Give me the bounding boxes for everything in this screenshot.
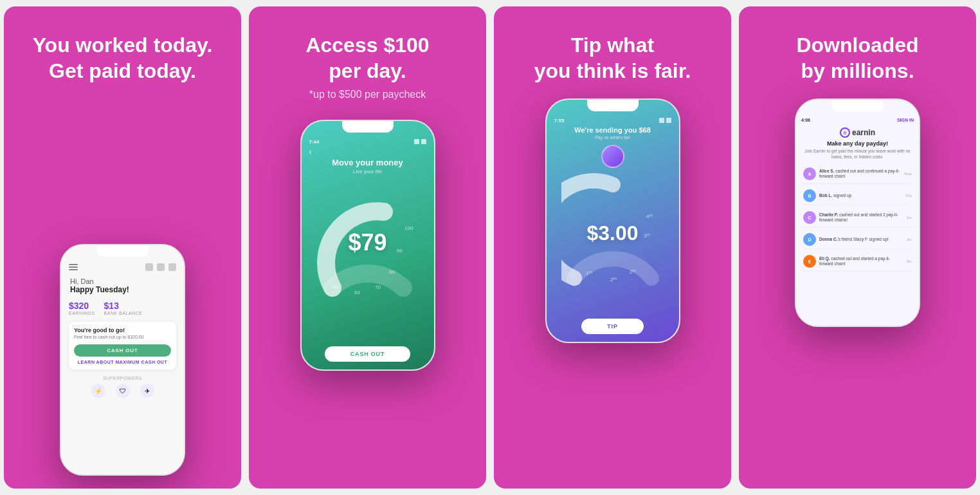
activity-item-donna: D Donna C.'s friend Stacy F. signed up! … bbox=[801, 230, 914, 249]
superpowers-section: SUPERPOWERS ⚡ 🛡 ✈ bbox=[69, 376, 176, 398]
activity-avatar-alice: A bbox=[803, 167, 816, 180]
activity-text-charlie: Charlie P. cashed out and started 2 pay-… bbox=[819, 212, 903, 223]
phone-notch-3 bbox=[587, 100, 639, 111]
card-2: Access $100per day. *up to $500 per payc… bbox=[249, 6, 486, 489]
screen3-topbar: 7:55 bbox=[554, 118, 671, 124]
screen3-status-icons bbox=[659, 118, 671, 124]
screen2-subtitle: Live your life bbox=[353, 169, 382, 174]
phone-outer-3: 7:55 We're sending you $68 Pay us what's… bbox=[545, 98, 680, 343]
screen2-topbar: 7:44 bbox=[309, 139, 426, 145]
screen3-title: We're sending you $68 bbox=[574, 126, 651, 134]
activity-list: A Alice S. cashed out and continued a pa… bbox=[801, 165, 914, 271]
activity-text-alice: Alice S. cashed out and continued a pay-… bbox=[819, 169, 901, 180]
earnin-logo: e earnin bbox=[801, 127, 914, 138]
phone-mockup-2: 7:44 ‹ Move your money Live your life bbox=[300, 120, 435, 371]
phone-notch-4 bbox=[832, 100, 884, 111]
screen1-stats: $320 EARNINGS $13 BANK BALANCE bbox=[69, 301, 176, 315]
cashout-button[interactable]: CASH OUT bbox=[74, 344, 171, 357]
learn-link[interactable]: LEARN ABOUT MAXIMUM CASH OUT bbox=[74, 360, 171, 364]
activity-time-charlie: 1m bbox=[907, 216, 912, 219]
rocket-icon: ✈ bbox=[140, 384, 154, 398]
screen3-time: 7:55 bbox=[554, 118, 565, 124]
activity-time-donna: 3m bbox=[907, 238, 912, 241]
screen4-topbar: 4:08 SIGN IN bbox=[801, 118, 914, 122]
tick-80: 80 bbox=[389, 269, 395, 275]
phone-screen-4: 4:08 SIGN IN e earnin Make any day payda… bbox=[796, 100, 919, 326]
activity-time-alice: Now bbox=[904, 172, 912, 176]
card-1-title: You worked today.Get paid today. bbox=[33, 32, 213, 84]
card-4-title: Downloadedby millions. bbox=[796, 32, 918, 84]
earnin-logo-text: earnin bbox=[852, 128, 875, 137]
screen4-heading: Make any day payday! bbox=[801, 140, 914, 147]
tick-90: 90 bbox=[397, 248, 403, 254]
card-4: Downloadedby millions. 4:08 SIGN IN e ea… bbox=[739, 6, 976, 489]
phone-mockup-1: Hi, Dan Happy Tuesday! $320 EARNINGS $13… bbox=[60, 244, 185, 476]
activity-time-bob: 50s bbox=[905, 194, 912, 198]
good-title: You're good to go! bbox=[74, 327, 171, 333]
screen2-title: Move your money bbox=[332, 158, 403, 167]
tip-tick-1-50: 1⁵⁰ bbox=[586, 270, 592, 276]
activity-text-donna: Donna C.'s friend Stacy F. signed up! bbox=[819, 237, 903, 242]
good-to-go-card: You're good to go! Feel free to cash out… bbox=[69, 322, 176, 369]
activity-text-eli: Eli Q. cashed out and started a pay-it-f… bbox=[819, 256, 903, 267]
tick-100: 100 bbox=[404, 225, 413, 231]
activity-avatar-eli: E bbox=[803, 255, 816, 268]
bank-label: BANK BALANCE bbox=[104, 311, 143, 315]
screen1-greeting: Hi, Dan Happy Tuesday! bbox=[69, 277, 176, 294]
tick-60: 60 bbox=[354, 290, 360, 295]
earnings-amount: $320 bbox=[69, 301, 95, 311]
calendar-icon bbox=[157, 263, 165, 271]
activity-item-charlie: C Charlie P. cashed out and started 2 pa… bbox=[801, 209, 914, 227]
dial-amount: $79 bbox=[348, 229, 386, 256]
screen2-cashout-button[interactable]: CASH OUT bbox=[325, 346, 410, 362]
earnin-logo-icon: e bbox=[840, 127, 850, 138]
tip-tick-3-50: 3⁵⁰ bbox=[644, 233, 650, 239]
card-2-title: Access $100per day. bbox=[305, 32, 429, 84]
topbar-right-icons bbox=[145, 263, 176, 271]
activity-avatar-donna: D bbox=[803, 233, 816, 246]
tip-tick-2: 2⁰⁰ bbox=[610, 277, 617, 283]
activity-time-eli: 3m bbox=[907, 259, 912, 263]
activity-item-alice: A Alice S. cashed out and continued a pa… bbox=[801, 165, 914, 183]
signin-button[interactable]: SIGN IN bbox=[897, 118, 914, 122]
screen3-battery-icon bbox=[666, 118, 671, 123]
tick-70: 70 bbox=[375, 285, 381, 290]
tip-tick-2-50: 2⁵⁰ bbox=[630, 269, 636, 275]
card-3: Tip whatyou think is fair. 7:55 We're se… bbox=[494, 6, 731, 489]
shield-icon: 🛡 bbox=[116, 384, 130, 398]
wifi-icon bbox=[414, 139, 419, 144]
lightning-icon: ⚡ bbox=[91, 384, 105, 398]
good-desc: Feel free to cash out up to $100.00 bbox=[74, 335, 171, 339]
amount-dial: 100 90 80 70 60 50 $79 bbox=[313, 178, 422, 307]
phone-mockup-4: 4:08 SIGN IN e earnin Make any day payda… bbox=[795, 98, 920, 327]
screen2-time: 7:44 bbox=[309, 139, 320, 145]
superpowers-label: SUPERPOWERS bbox=[69, 376, 176, 380]
screen4-desc: Join Earnin to get paid the minute you l… bbox=[801, 148, 914, 160]
activity-item-bob: B Bob L. signed up 50s bbox=[801, 187, 914, 205]
phone-outer-4: 4:08 SIGN IN e earnin Make any day payda… bbox=[795, 98, 920, 327]
tip-dial: 4⁰⁰ 3⁵⁰ 2⁵⁰ 2⁰⁰ 1⁵⁰ $3.00 bbox=[561, 172, 664, 294]
screen2-status-icons bbox=[414, 139, 426, 145]
activity-avatar-charlie: C bbox=[803, 211, 816, 224]
phone-notch-1 bbox=[97, 245, 149, 257]
user-avatar bbox=[601, 145, 624, 168]
activity-text-bob: Bob L. signed up bbox=[819, 193, 902, 198]
activity-avatar-bob: B bbox=[803, 189, 816, 202]
screen3-wifi-icon bbox=[659, 118, 664, 123]
info-icon bbox=[168, 263, 176, 271]
battery-icon bbox=[421, 139, 426, 144]
tick-50: 50 bbox=[332, 285, 338, 290]
back-icon[interactable]: ‹ bbox=[309, 147, 317, 155]
phone-outer-1: Hi, Dan Happy Tuesday! $320 EARNINGS $13… bbox=[60, 244, 185, 476]
tip-button[interactable]: TIP bbox=[581, 319, 643, 334]
earnings-stat: $320 EARNINGS bbox=[69, 301, 95, 315]
phone-screen-3: 7:55 We're sending you $68 Pay us what's… bbox=[547, 100, 679, 342]
earnings-label: EARNINGS bbox=[69, 311, 95, 315]
phone-notch-2 bbox=[342, 121, 394, 133]
bank-amount: $13 bbox=[104, 301, 143, 311]
greeting-happy: Happy Tuesday! bbox=[70, 285, 175, 294]
hamburger-icon bbox=[69, 264, 78, 270]
tip-amount: $3.00 bbox=[586, 221, 638, 245]
phone-screen-1: Hi, Dan Happy Tuesday! $320 EARNINGS $13… bbox=[61, 245, 184, 474]
superpower-icons: ⚡ 🛡 ✈ bbox=[69, 384, 176, 398]
